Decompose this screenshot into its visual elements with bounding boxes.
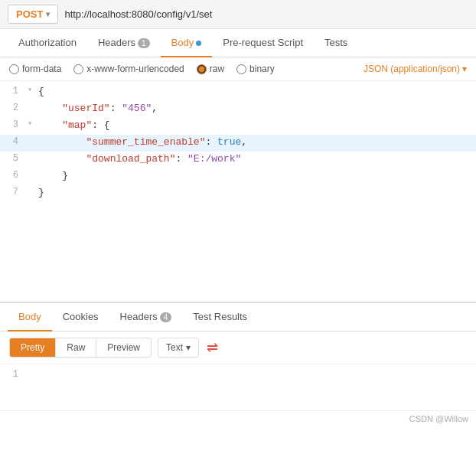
code-line-6: 6 } [0,168,476,185]
response-toolbar: Pretty Raw Preview Text ▾ ⇌ [0,331,476,364]
code-line-7: 7 } [0,185,476,202]
code-line-2: 2 "userId": "456", [0,101,476,118]
wrap-icon[interactable]: ⇌ [207,339,218,356]
tab-headers[interactable]: Headers1 [87,29,161,57]
json-type-select[interactable]: JSON (application/json) ▾ [364,64,467,74]
request-tabs: Authorization Headers1 Body Pre-request … [0,29,476,57]
code-line-1: 1 ▾ { [0,84,476,101]
method-button[interactable]: POST ▾ [8,5,58,24]
body-dot [196,41,201,46]
view-mode-group: Pretty Raw Preview [9,338,152,358]
method-label: POST [16,8,43,20]
text-type-dropdown[interactable]: Text ▾ [158,338,199,358]
line-num-4: 4 [0,135,24,149]
response-body: 1 [0,364,476,410]
tab-tests[interactable]: Tests [314,29,358,57]
url-input[interactable] [64,8,468,20]
body-options: form-data x-www-form-urlencoded raw bina… [0,57,476,81]
tab-authorization[interactable]: Authorization [8,29,87,57]
line-num-7: 7 [0,185,24,200]
resp-tab-test-results[interactable]: Test Results [182,303,258,331]
response-section: Body Cookies Headers4 Test Results Prett… [0,303,476,410]
response-tabs: Body Cookies Headers4 Test Results [0,303,476,331]
method-chevron: ▾ [46,10,50,18]
option-urlencoded[interactable]: x-www-form-urlencoded [73,64,184,74]
headers-badge: 1 [138,38,150,48]
code-editor[interactable]: 1 ▾ { 2 "userId": "456", 3 ▾ "map": { 4 … [0,81,476,303]
resp-tab-body[interactable]: Body [8,303,52,331]
resp-headers-badge: 4 [160,312,172,322]
code-line-3: 3 ▾ "map": { [0,118,476,135]
resp-tab-headers[interactable]: Headers4 [109,303,183,331]
line-num-1: 1 [0,84,24,99]
code-line-5: 5 "download_path": "E:/work" [0,152,476,168]
json-chevron: ▾ [462,64,467,74]
code-line-4: 4 "summer_time_enable": true, [0,135,476,152]
line-num-2: 2 [0,101,24,116]
preview-button[interactable]: Preview [96,338,151,357]
option-form-data[interactable]: form-data [9,64,61,74]
option-raw[interactable]: raw [197,64,224,74]
footer: CSDN @Willow [0,410,476,426]
line-num-5: 5 [0,152,24,166]
tab-prerequest[interactable]: Pre-request Script [212,29,314,57]
tab-body[interactable]: Body [161,29,213,57]
resp-tab-cookies[interactable]: Cookies [52,303,109,331]
pretty-button[interactable]: Pretty [10,338,56,357]
line-num-6: 6 [0,168,24,183]
resp-line-1: 1 [0,367,476,382]
raw-button[interactable]: Raw [56,338,96,357]
option-binary[interactable]: binary [236,64,275,74]
line-arrow-1[interactable]: ▾ [24,84,35,96]
line-arrow-3[interactable]: ▾ [24,118,35,130]
text-chevron: ▾ [186,342,191,353]
line-num-3: 3 [0,118,24,132]
url-bar: POST ▾ [0,0,476,29]
resp-line-num-1: 1 [0,367,24,382]
